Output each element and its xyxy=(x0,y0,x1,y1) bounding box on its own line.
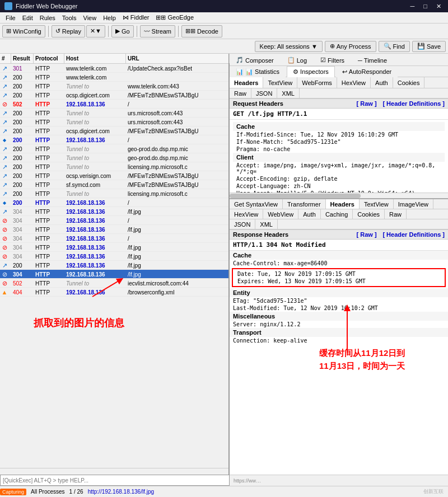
resp-subtab-xml[interactable]: XML xyxy=(255,219,278,229)
menu-help[interactable]: Help xyxy=(100,13,119,22)
tab-inspectors[interactable]: ⚙ Inspectors xyxy=(287,66,335,77)
table-row[interactable]: ⊘ 304 HTTP 192.168.18.136 /lf.jpg xyxy=(0,225,228,234)
menu-fiddler[interactable]: ⋈ Fiddler xyxy=(119,13,153,22)
protocol-cell: HTTP xyxy=(34,280,64,287)
resp-tab-imageview[interactable]: ImageView xyxy=(394,199,433,209)
menu-edit[interactable]: Edit xyxy=(19,13,36,22)
insp-tab-textview[interactable]: TextView xyxy=(263,77,297,88)
table-row[interactable]: ↗ 200 HTTP Tunnel to www.telerik.com:443 xyxy=(0,82,228,91)
table-row[interactable]: ↗ 301 HTTP www.telerik.com /UpdateCheck.… xyxy=(0,64,228,73)
tab-filters[interactable]: ☑ Filters xyxy=(314,54,351,65)
resp-subtab-webview[interactable]: WebView xyxy=(263,209,298,219)
request-headers-hscroll[interactable] xyxy=(230,193,448,198)
header-defs-link[interactable]: [ Header Definitions ] xyxy=(382,100,445,107)
tab-log[interactable]: 📋 Log xyxy=(281,54,313,65)
table-row[interactable]: ▲ 404 HTTP 192.168.18.136 /browserconfig… xyxy=(0,288,228,297)
table-row[interactable]: ↗ 200 HTTP ocsp.digicert.com /MFEwTzBNME… xyxy=(0,91,228,100)
table-row[interactable]: ↗ 200 HTTP Tunnel to urs.microsoft.com:4… xyxy=(0,109,228,118)
decode-button[interactable]: ⊞⊞ Decode xyxy=(181,25,222,37)
resp-tab-syntaxview[interactable]: Get SyntaxView xyxy=(230,199,283,209)
insp-tab-cookies[interactable]: Cookies xyxy=(393,77,425,88)
resp-tab-transformer[interactable]: Transformer xyxy=(283,199,326,209)
resp-subtab-caching[interactable]: Caching xyxy=(321,209,353,219)
insp-tab-auth[interactable]: Auth xyxy=(371,77,393,88)
keep-sessions-button[interactable]: Keep: All sessions ▼ xyxy=(255,41,323,52)
session-list[interactable]: ↗ 301 HTTP www.telerik.com /UpdateCheck.… xyxy=(0,64,228,468)
menu-file[interactable]: File xyxy=(2,13,19,22)
col-header-num[interactable]: # xyxy=(0,54,11,63)
resp-tab-headers[interactable]: Headers xyxy=(326,199,360,209)
tab-autoresponder[interactable]: ↩ AutoResponder xyxy=(336,66,398,77)
header-accept-language: Accept-Language: zh-CN xyxy=(233,182,445,190)
table-row[interactable]: ↗ 200 HTTP Tunnel to urs.microsoft.com:4… xyxy=(0,118,228,126)
go-button[interactable]: ▶ Go xyxy=(111,25,134,37)
table-row[interactable]: ◆ 200 HTTP 192.168.18.136 / xyxy=(0,198,228,207)
table-row[interactable]: ↗ 200 HTTP Tunnel to geo-prod.do.dsp.mp.… xyxy=(0,144,228,153)
menu-tools[interactable]: Tools xyxy=(59,13,80,22)
table-row-selected[interactable]: ⊘ 304 HTTP 192.168.18.136 /lf.jpg xyxy=(0,270,228,279)
insp-tab-headers[interactable]: Headers xyxy=(230,77,263,88)
col-header-url[interactable]: URL xyxy=(126,54,230,63)
table-row[interactable]: ↗ 200 HTTP Tunnel to geo-prod.do.dsp.mp.… xyxy=(0,153,228,162)
subtab-xml[interactable]: XML xyxy=(277,88,300,98)
resp-subtab-raw[interactable]: Raw xyxy=(385,209,407,219)
table-row[interactable]: ↗ 304 HTTP 192.168.18.136 /lf.jpg xyxy=(0,207,228,216)
col-header-host[interactable]: Host xyxy=(64,54,126,63)
any-process-button[interactable]: ⊕ Any Process xyxy=(325,41,376,52)
resp-header-defs-link[interactable]: [ Header Definitions ] xyxy=(382,231,445,238)
resp-tab-textview[interactable]: TextView xyxy=(360,199,394,209)
table-row[interactable]: ◆ 200 HTTP 192.168.18.136 / xyxy=(0,135,228,144)
resp-subtab-json[interactable]: JSON xyxy=(230,219,255,229)
bottom-area: https://ww… xyxy=(0,475,448,486)
table-row[interactable]: ⊘ 304 HTTP 192.168.18.136 /lf.jpg xyxy=(0,243,228,252)
host-cell: 192.168.18.136 xyxy=(64,289,126,296)
winconfig-button[interactable]: ⊞ WinConfig xyxy=(2,25,45,37)
host-cell: 192.168.18.136 xyxy=(64,262,126,269)
table-row[interactable]: ↗ 200 HTTP ocsp.verisign.com /MFEwTzBNME… xyxy=(0,171,228,180)
table-row[interactable]: ↗ 200 HTTP www.telerik.com xyxy=(0,73,228,82)
col-header-result[interactable]: Result xyxy=(11,54,34,63)
tab-timeline[interactable]: ─ Timeline xyxy=(352,54,393,65)
resp-subtab-auth[interactable]: Auth xyxy=(298,209,321,219)
timeline-icon: ─ xyxy=(358,57,362,64)
insp-tab-hexview[interactable]: HexView xyxy=(337,77,371,88)
go-icon: ▶ xyxy=(115,27,120,35)
subtab-json[interactable]: JSON xyxy=(251,88,277,98)
resp-subtab-cookies[interactable]: Cookies xyxy=(353,209,385,219)
result-cell: 200 xyxy=(11,146,34,152)
table-row[interactable]: ↗ 200 HTTP sf.symcd.com /MFEwTzBNMEswSTA… xyxy=(0,180,228,189)
menu-view[interactable]: View xyxy=(80,13,100,22)
subtab-raw[interactable]: Raw xyxy=(230,88,251,98)
response-top-tabs: Get SyntaxView Transformer Headers TextV… xyxy=(230,198,448,209)
menu-geoedge[interactable]: ⊞⊞ GeoEdge xyxy=(152,13,197,22)
tab-statistics[interactable]: 📊 📊 Statistics xyxy=(230,66,286,77)
resp-raw-link[interactable]: [ Raw ] xyxy=(357,231,377,238)
close-button[interactable]: ✕ xyxy=(434,3,444,10)
session-list-hscroll[interactable] xyxy=(0,468,228,475)
table-row[interactable]: ⊘ 502 HTTP Tunnel to iecvlist.microsoft.… xyxy=(0,279,228,288)
table-row[interactable]: ↗ 200 HTTP ocsp.digicert.com /MFEwTzBNME… xyxy=(0,126,228,135)
autoresponder-icon: ↩ xyxy=(342,68,347,76)
row-icon: ↗ xyxy=(0,73,9,82)
minimize-button[interactable]: ─ xyxy=(408,3,417,10)
maximize-button[interactable]: □ xyxy=(421,3,430,10)
save-button[interactable]: 💾 Save xyxy=(412,41,446,52)
resp-subtab-hexview[interactable]: HexView xyxy=(230,209,263,219)
table-row[interactable]: ↗ 200 HTTP 192.168.18.136 /lf.jpg xyxy=(0,261,228,270)
find-button[interactable]: 🔍 Find xyxy=(379,41,410,52)
table-row[interactable]: ↗ 200 HTTP Tunnel to licensing.mp.micros… xyxy=(0,162,228,171)
table-row[interactable]: ↗ 200 HTTP Tunnel to licensing.mp.micros… xyxy=(0,189,228,198)
replay-button[interactable]: ↺ Replay xyxy=(52,25,85,37)
col-header-protocol[interactable]: Protocol xyxy=(34,54,64,63)
quick-exec-input[interactable] xyxy=(0,475,230,486)
insp-tab-webforms[interactable]: WebForms xyxy=(297,77,337,88)
table-row[interactable]: ⊘ 502 HTTP 192.168.18.136 / xyxy=(0,100,228,109)
table-row[interactable]: ⊘ 304 HTTP 192.168.18.136 /lf.jpg xyxy=(0,252,228,261)
table-row[interactable]: ⊘ 304 HTTP 192.168.18.136 / xyxy=(0,216,228,225)
stream-button[interactable]: 〰 Stream xyxy=(140,25,175,37)
table-row[interactable]: ⊘ 304 HTTP 192.168.18.136 / xyxy=(0,234,228,243)
remove-button[interactable]: ✕▼ xyxy=(86,25,105,37)
raw-link[interactable]: [ Raw ] xyxy=(357,100,377,107)
menu-rules[interactable]: Rules xyxy=(36,13,59,22)
tab-composer[interactable]: 🎵 Composer xyxy=(230,54,280,65)
